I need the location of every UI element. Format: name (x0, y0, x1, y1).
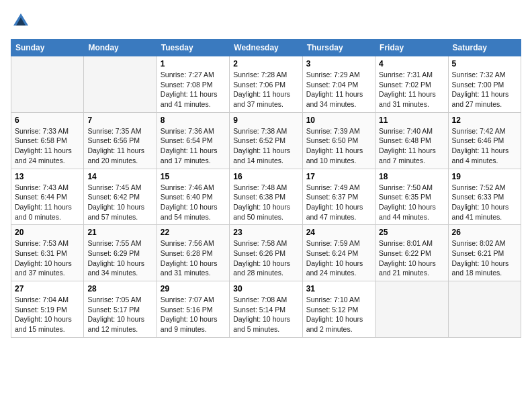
daylight-label: Daylight: 10 hours and 37 minutes. (15, 259, 72, 277)
logo (11, 11, 34, 31)
sunset-label: Sunset: 6:21 PM (452, 249, 504, 257)
calendar-cell: 29Sunrise: 7:07 AMSunset: 5:16 PMDayligh… (157, 281, 229, 338)
sunrise-label: Sunrise: 7:42 AM (452, 127, 506, 135)
daylight-label: Daylight: 10 hours and 21 minutes. (379, 259, 436, 277)
day-number: 1 (161, 59, 226, 68)
sunset-label: Sunset: 6:54 PM (161, 136, 213, 144)
calendar-cell: 31Sunrise: 7:10 AMSunset: 5:12 PMDayligh… (302, 281, 375, 338)
calendar-cell: 30Sunrise: 7:08 AMSunset: 5:14 PMDayligh… (230, 281, 302, 338)
daylight-label: Daylight: 10 hours and 24 minutes. (306, 259, 363, 277)
day-detail: Sunrise: 7:39 AMSunset: 6:50 PMDaylight:… (306, 126, 371, 166)
sunset-label: Sunset: 6:48 PM (379, 136, 431, 144)
day-detail: Sunrise: 7:27 AMSunset: 7:08 PMDaylight:… (161, 70, 226, 109)
sunset-label: Sunset: 6:35 PM (379, 193, 431, 201)
day-detail: Sunrise: 7:48 AMSunset: 6:38 PMDaylight:… (233, 183, 298, 222)
calendar-table: SundayMondayTuesdayWednesdayThursdayFrid… (11, 39, 521, 338)
sunset-label: Sunset: 7:08 PM (161, 81, 213, 89)
day-detail: Sunrise: 7:56 AMSunset: 6:28 PMDaylight:… (161, 238, 226, 278)
calendar-cell: 11Sunrise: 7:40 AMSunset: 6:48 PMDayligh… (375, 112, 448, 169)
day-detail: Sunrise: 7:46 AMSunset: 6:40 PMDaylight:… (161, 183, 226, 222)
sunset-label: Sunset: 5:14 PM (233, 306, 285, 314)
day-detail: Sunrise: 7:36 AMSunset: 6:54 PMDaylight:… (161, 126, 226, 166)
day-number: 23 (233, 228, 298, 237)
day-number: 19 (452, 172, 517, 181)
calendar-cell: 20Sunrise: 7:53 AMSunset: 6:31 PMDayligh… (11, 225, 84, 281)
sunset-label: Sunset: 6:38 PM (233, 193, 285, 201)
day-number: 11 (379, 116, 444, 125)
daylight-label: Daylight: 10 hours and 57 minutes. (87, 203, 144, 221)
daylight-label: Daylight: 10 hours and 18 minutes. (452, 259, 509, 277)
day-detail: Sunrise: 7:28 AMSunset: 7:06 PMDaylight:… (233, 70, 298, 109)
calendar-header-row: SundayMondayTuesdayWednesdayThursdayFrid… (11, 40, 521, 56)
calendar-cell: 24Sunrise: 7:59 AMSunset: 6:24 PMDayligh… (302, 225, 375, 281)
day-detail: Sunrise: 7:53 AMSunset: 6:31 PMDaylight:… (15, 238, 80, 278)
col-header-wednesday: Wednesday (230, 40, 302, 56)
calendar-cell: 28Sunrise: 7:05 AMSunset: 5:17 PMDayligh… (84, 281, 157, 338)
sunrise-label: Sunrise: 7:39 AM (306, 127, 360, 135)
sunrise-label: Sunrise: 8:02 AM (452, 239, 506, 247)
sunrise-label: Sunrise: 7:38 AM (233, 127, 287, 135)
daylight-label: Daylight: 10 hours and 47 minutes. (306, 203, 363, 221)
sunset-label: Sunset: 6:33 PM (452, 193, 504, 201)
sunrise-label: Sunrise: 7:52 AM (452, 183, 506, 191)
sunset-label: Sunset: 6:52 PM (233, 136, 285, 144)
day-number: 14 (87, 172, 152, 181)
sunset-label: Sunset: 7:00 PM (452, 81, 504, 89)
day-detail: Sunrise: 7:50 AMSunset: 6:35 PMDaylight:… (379, 183, 444, 222)
sunrise-label: Sunrise: 7:27 AM (161, 71, 214, 79)
calendar-cell: 10Sunrise: 7:39 AMSunset: 6:50 PMDayligh… (302, 112, 375, 169)
calendar-cell: 12Sunrise: 7:42 AMSunset: 6:46 PMDayligh… (448, 112, 521, 169)
calendar-cell: 3Sunrise: 7:29 AMSunset: 7:04 PMDaylight… (302, 56, 375, 113)
daylight-label: Daylight: 10 hours and 28 minutes. (233, 259, 290, 277)
daylight-label: Daylight: 11 hours and 10 minutes. (306, 146, 363, 165)
calendar-cell: 18Sunrise: 7:50 AMSunset: 6:35 PMDayligh… (375, 169, 448, 225)
calendar-cell (448, 281, 521, 338)
col-header-sunday: Sunday (11, 40, 84, 56)
sunset-label: Sunset: 6:28 PM (161, 249, 213, 257)
calendar-cell: 9Sunrise: 7:38 AMSunset: 6:52 PMDaylight… (230, 112, 302, 169)
sunset-label: Sunset: 6:46 PM (452, 136, 504, 144)
daylight-label: Daylight: 10 hours and 50 minutes. (233, 203, 290, 221)
daylight-label: Daylight: 10 hours and 41 minutes. (452, 203, 509, 221)
day-number: 18 (379, 172, 444, 181)
day-number: 3 (306, 59, 371, 68)
sunrise-label: Sunrise: 7:58 AM (233, 239, 287, 247)
day-detail: Sunrise: 7:10 AMSunset: 5:12 PMDaylight:… (306, 295, 371, 334)
daylight-label: Daylight: 11 hours and 17 minutes. (161, 146, 218, 165)
sunrise-label: Sunrise: 7:50 AM (379, 183, 433, 191)
daylight-label: Daylight: 11 hours and 34 minutes. (306, 90, 363, 108)
calendar-cell: 25Sunrise: 8:01 AMSunset: 6:22 PMDayligh… (375, 225, 448, 281)
calendar-cell: 27Sunrise: 7:04 AMSunset: 5:19 PMDayligh… (11, 281, 84, 338)
sunset-label: Sunset: 6:44 PM (15, 193, 67, 201)
day-detail: Sunrise: 7:43 AMSunset: 6:44 PMDaylight:… (15, 183, 80, 222)
day-number: 27 (15, 284, 80, 293)
day-number: 12 (452, 116, 517, 125)
sunset-label: Sunset: 5:16 PM (161, 306, 213, 314)
day-number: 10 (306, 116, 371, 125)
sunrise-label: Sunrise: 7:46 AM (161, 183, 214, 191)
day-detail: Sunrise: 8:02 AMSunset: 6:21 PMDaylight:… (452, 238, 517, 278)
daylight-label: Daylight: 11 hours and 0 minutes. (15, 203, 72, 221)
sunrise-label: Sunrise: 7:31 AM (379, 71, 433, 79)
calendar-cell: 1Sunrise: 7:27 AMSunset: 7:08 PMDaylight… (157, 56, 229, 113)
calendar-cell: 26Sunrise: 8:02 AMSunset: 6:21 PMDayligh… (448, 225, 521, 281)
sunrise-label: Sunrise: 7:32 AM (452, 71, 506, 79)
day-detail: Sunrise: 7:32 AMSunset: 7:00 PMDaylight:… (452, 70, 517, 109)
day-number: 21 (87, 228, 152, 237)
sunset-label: Sunset: 6:22 PM (379, 249, 431, 257)
calendar-cell: 4Sunrise: 7:31 AMSunset: 7:02 PMDaylight… (375, 56, 448, 113)
day-detail: Sunrise: 7:59 AMSunset: 6:24 PMDaylight:… (306, 238, 371, 278)
day-detail: Sunrise: 8:01 AMSunset: 6:22 PMDaylight:… (379, 238, 444, 278)
sunrise-label: Sunrise: 7:56 AM (161, 239, 214, 247)
sunrise-label: Sunrise: 7:55 AM (87, 239, 141, 247)
calendar-cell: 13Sunrise: 7:43 AMSunset: 6:44 PMDayligh… (11, 169, 84, 225)
day-detail: Sunrise: 7:35 AMSunset: 6:56 PMDaylight:… (87, 126, 152, 166)
day-number: 15 (161, 172, 226, 181)
daylight-label: Daylight: 10 hours and 2 minutes. (306, 315, 363, 333)
sunset-label: Sunset: 6:40 PM (161, 193, 213, 201)
daylight-label: Daylight: 10 hours and 31 minutes. (161, 259, 218, 277)
sunrise-label: Sunrise: 7:29 AM (306, 71, 360, 79)
day-number: 9 (233, 116, 298, 125)
sunrise-label: Sunrise: 7:48 AM (233, 183, 287, 191)
day-number: 16 (233, 172, 298, 181)
